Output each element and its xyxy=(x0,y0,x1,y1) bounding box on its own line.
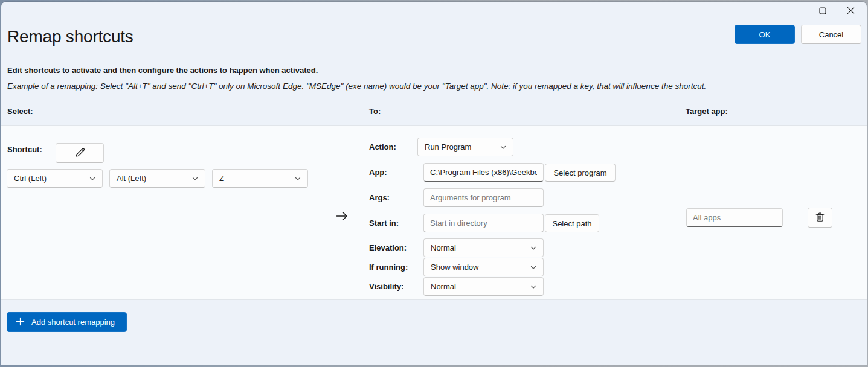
minimize-icon xyxy=(791,7,799,16)
shortcut-key-dropdown-3[interactable]: Z xyxy=(212,169,308,188)
visibility-label: Visibility: xyxy=(369,282,404,291)
chevron-down-icon xyxy=(530,283,537,290)
shortcut-key-dropdown-2[interactable]: Alt (Left) xyxy=(109,169,205,188)
target-app-input[interactable] xyxy=(686,208,783,227)
maximize-icon xyxy=(819,7,826,16)
example-note-text: Example of a remapping: Select "Alt+T" a… xyxy=(7,81,706,91)
minimize-button[interactable] xyxy=(781,3,809,20)
plus-icon xyxy=(16,317,25,328)
shortcut-key-dropdown-1[interactable]: Ctrl (Left) xyxy=(7,169,103,188)
visibility-value: Normal xyxy=(431,282,456,291)
page-title: Remap shortcuts xyxy=(7,27,133,46)
ok-button[interactable]: OK xyxy=(735,25,795,44)
shortcut-label: Shortcut: xyxy=(7,145,42,154)
add-shortcut-remapping-button[interactable]: Add shortcut remapping xyxy=(7,312,127,332)
chevron-down-icon xyxy=(191,175,199,182)
select-program-button[interactable]: Select program xyxy=(545,164,616,182)
trash-icon xyxy=(814,211,826,225)
if-running-dropdown[interactable]: Show window xyxy=(423,258,544,276)
elevation-dropdown[interactable]: Normal xyxy=(423,238,544,257)
chevron-down-icon xyxy=(500,144,507,151)
column-header-target-app: Target app: xyxy=(686,107,728,116)
titlebar xyxy=(781,3,864,20)
pencil-icon xyxy=(74,147,86,160)
elevation-value: Normal xyxy=(431,243,456,252)
args-input[interactable] xyxy=(423,188,544,207)
chevron-down-icon xyxy=(530,244,537,252)
maximize-button[interactable] xyxy=(809,3,837,20)
args-label: Args: xyxy=(369,193,390,202)
chevron-down-icon xyxy=(89,175,96,182)
action-label: Action: xyxy=(369,142,396,152)
elevation-label: Elevation: xyxy=(369,243,407,252)
shortcut-key-2-value: Alt (Left) xyxy=(117,174,146,183)
column-header-select: Select: xyxy=(7,107,33,116)
delete-remapping-button[interactable] xyxy=(808,208,832,228)
chevron-down-icon xyxy=(530,264,537,271)
close-icon xyxy=(847,7,855,16)
chevron-down-icon xyxy=(294,175,301,182)
shortcut-key-1-value: Ctrl (Left) xyxy=(14,174,47,183)
close-button[interactable] xyxy=(837,3,864,20)
if-running-value: Show window xyxy=(431,263,479,272)
column-header-to: To: xyxy=(369,107,381,116)
app-label: App: xyxy=(369,168,387,177)
shortcut-key-3-value: Z xyxy=(219,174,224,183)
remapping-row: Shortcut: Ctrl (Left) Alt (Left) Z xyxy=(1,125,867,300)
arrow-right-icon xyxy=(335,209,349,226)
start-in-input[interactable] xyxy=(423,214,544,232)
start-in-label: Start in: xyxy=(369,219,399,228)
remap-shortcuts-dialog: Remap shortcuts OK Cancel Edit shortcuts… xyxy=(1,2,867,365)
description-text: Edit shortcuts to activate and then conf… xyxy=(7,66,318,75)
app-path-input[interactable] xyxy=(423,163,544,182)
if-running-label: If running: xyxy=(369,263,408,272)
action-value: Run Program xyxy=(425,142,471,152)
add-shortcut-remapping-label: Add shortcut remapping xyxy=(31,318,115,327)
edit-shortcut-button[interactable] xyxy=(56,143,104,163)
action-dropdown[interactable]: Run Program xyxy=(417,138,513,156)
cancel-button[interactable]: Cancel xyxy=(801,25,861,44)
select-path-button[interactable]: Select path xyxy=(545,214,599,232)
visibility-dropdown[interactable]: Normal xyxy=(423,277,544,296)
